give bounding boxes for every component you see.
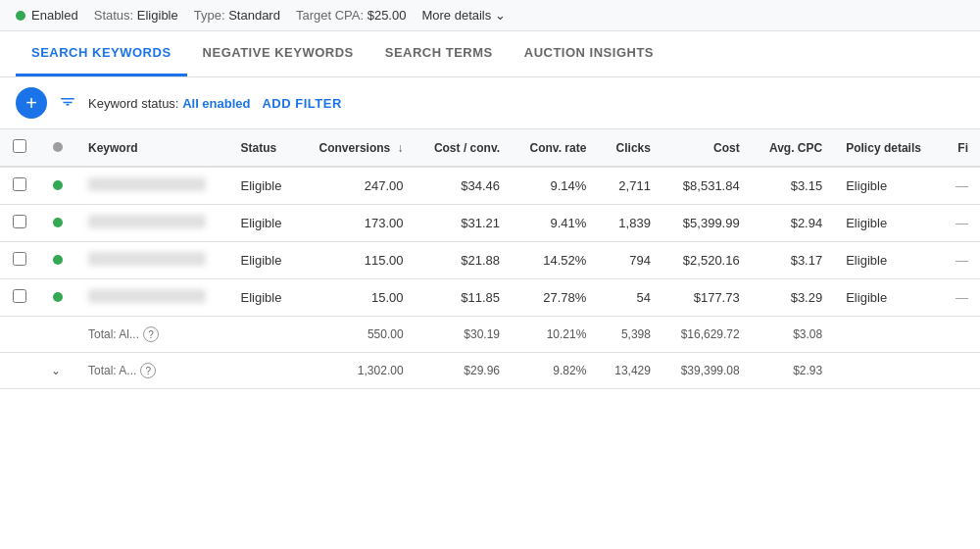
target-cpa: Target CPA: $25.00	[296, 8, 407, 23]
row-1-conv-rate: 9.14%	[512, 167, 598, 205]
tabs-container: SEARCH KEYWORDS NEGATIVE KEYWORDS SEARCH…	[0, 31, 980, 77]
total-a-empty-1	[0, 353, 39, 389]
fi-header: Fi	[941, 129, 980, 167]
total-al-conversions: 550.00	[299, 317, 416, 353]
header-dot	[53, 142, 63, 152]
total-a-conv-rate: 9.82%	[512, 353, 598, 389]
tab-search-terms[interactable]: SEARCH TERMS	[369, 31, 509, 76]
type-label: Type: Standard	[194, 8, 280, 23]
total-a-row: ⌄ Total: A... ? 1,302.00 $29.96 9.82% 13…	[0, 353, 980, 389]
status-header: Status	[229, 129, 299, 167]
row-1-keyword	[76, 167, 229, 205]
total-al-empty-1	[0, 317, 39, 353]
total-al-policy	[834, 317, 941, 353]
row-1-status: Eligible	[229, 167, 299, 205]
row-1-dot-cell	[39, 167, 76, 205]
row-3-checkbox[interactable]	[13, 252, 26, 266]
keyword-header: Keyword	[76, 129, 229, 167]
row-3-policy: Eligible	[834, 242, 941, 279]
row-3-clicks: 794	[598, 242, 662, 279]
row-4-checkbox[interactable]	[13, 289, 26, 303]
total-al-empty-2	[39, 317, 76, 353]
row-4-avg-cpc: $3.29	[752, 279, 835, 317]
total-al-fi	[941, 317, 980, 353]
clicks-header: Clicks	[598, 129, 662, 167]
total-al-label: Total: Al... ?	[76, 317, 299, 353]
table-header: Keyword Status Conversions ↓ Cost / conv…	[0, 129, 980, 167]
row-2-keyword	[76, 205, 229, 242]
total-al-conv-rate: 10.21%	[512, 317, 598, 353]
row-4-fi: —	[941, 279, 980, 317]
conv-rate-header: Conv. rate	[512, 129, 598, 167]
row-3-dot-cell	[39, 242, 76, 279]
add-button[interactable]: +	[16, 87, 47, 119]
row-2-cost-conv: $31.21	[416, 205, 512, 242]
filter-icon[interactable]	[59, 92, 76, 114]
row-4-dot-cell	[39, 279, 76, 317]
select-all-checkbox[interactable]	[13, 139, 26, 153]
row-3-avg-cpc: $3.17	[752, 242, 835, 279]
dot-header	[39, 129, 76, 167]
row-3-conv-rate: 14.52%	[512, 242, 598, 279]
chevron-icon: ⌄	[495, 8, 506, 23]
total-a-clicks: 13,429	[598, 353, 662, 389]
row-2-fi: —	[941, 205, 980, 242]
row-3-cost: $2,520.16	[662, 242, 752, 279]
table-row: Eligible 173.00 $31.21 9.41% 1,839 $5,39…	[0, 205, 980, 242]
keyword-blur-3	[88, 252, 206, 266]
row-4-cost: $177.73	[662, 279, 752, 317]
tab-search-keywords[interactable]: SEARCH KEYWORDS	[16, 31, 187, 76]
total-a-policy	[834, 353, 941, 389]
row-2-clicks: 1,839	[598, 205, 662, 242]
row-3-keyword	[76, 242, 229, 279]
row-2-avg-cpc: $2.94	[752, 205, 835, 242]
row-2-status: Eligible	[229, 205, 299, 242]
keywords-table: Keyword Status Conversions ↓ Cost / conv…	[0, 129, 980, 389]
row-2-checkbox[interactable]	[13, 215, 26, 228]
total-a-label: Total: A... ?	[76, 353, 299, 389]
cost-header: Cost	[662, 129, 752, 167]
total-al-avg-cpc: $3.08	[752, 317, 835, 353]
table-row: Eligible 15.00 $11.85 27.78% 54 $177.73 …	[0, 279, 980, 317]
row-4-cost-conv: $11.85	[416, 279, 512, 317]
row-1-clicks: 2,711	[598, 167, 662, 205]
row-checkbox-cell	[0, 167, 39, 205]
total-a-help-icon[interactable]: ?	[140, 363, 156, 378]
total-a-cost-conv: $29.96	[416, 353, 512, 389]
total-al-cost-conv: $30.19	[416, 317, 512, 353]
conversions-header[interactable]: Conversions ↓	[299, 129, 416, 167]
more-details-button[interactable]: More details ⌄	[421, 8, 506, 23]
table-row: Eligible 115.00 $21.88 14.52% 794 $2,520…	[0, 242, 980, 279]
sort-arrow-icon: ↓	[398, 141, 404, 155]
row-1-status-dot	[53, 180, 63, 190]
chevron-down-icon[interactable]: ⌄	[51, 364, 61, 377]
row-2-status-dot	[53, 218, 63, 227]
select-all-header	[0, 129, 39, 167]
row-checkbox-cell	[0, 242, 39, 279]
tab-negative-keywords[interactable]: NEGATIVE KEYWORDS	[187, 31, 369, 76]
row-3-conversions: 115.00	[299, 242, 416, 279]
row-3-fi: —	[941, 242, 980, 279]
keyword-status: Keyword status: All enabled	[88, 96, 250, 111]
tab-auction-insights[interactable]: AUCTION INSIGHTS	[509, 31, 669, 76]
row-4-clicks: 54	[598, 279, 662, 317]
add-filter-button[interactable]: ADD FILTER	[262, 96, 341, 111]
row-checkbox-cell	[0, 205, 39, 242]
row-4-status-dot	[53, 292, 63, 302]
row-4-policy: Eligible	[834, 279, 941, 317]
row-1-cost: $8,531.84	[662, 167, 752, 205]
row-1-policy: Eligible	[834, 167, 941, 205]
cost-conv-header: Cost / conv.	[416, 129, 512, 167]
keyword-blur-1	[88, 177, 206, 191]
row-2-dot-cell	[39, 205, 76, 242]
total-a-avg-cpc: $2.93	[752, 353, 835, 389]
row-2-conv-rate: 9.41%	[512, 205, 598, 242]
total-al-help-icon[interactable]: ?	[143, 326, 159, 342]
total-a-cost: $39,399.08	[662, 353, 752, 389]
enabled-label: Enabled	[31, 8, 78, 23]
filter-bar: + Keyword status: All enabled ADD FILTER	[0, 77, 980, 129]
enabled-dot	[16, 11, 25, 21]
row-1-checkbox[interactable]	[13, 177, 26, 191]
avg-cpc-header: Avg. CPC	[752, 129, 835, 167]
total-a-fi	[941, 353, 980, 389]
